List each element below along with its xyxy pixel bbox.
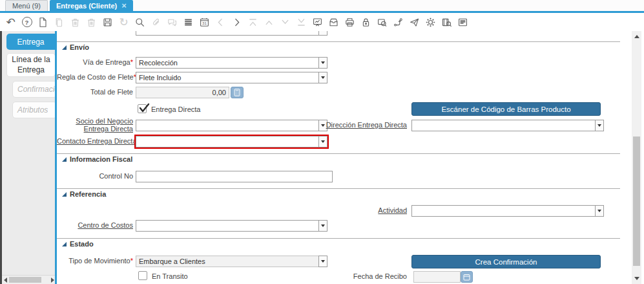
- attachment-icon[interactable]: [151, 17, 161, 28]
- product-attribute-icon[interactable]: [441, 17, 452, 28]
- label-centro-de-costos[interactable]: Centro de Costos: [57, 221, 133, 230]
- dropdown-arrow-icon[interactable]: [318, 57, 327, 69]
- refresh-icon[interactable]: ↻: [118, 17, 129, 28]
- record-info-icon[interactable]: [377, 17, 388, 28]
- calendar-picker-button[interactable]: [461, 271, 473, 283]
- collapse-icon[interactable]: [62, 157, 67, 162]
- centro-de-costos-input[interactable]: [136, 220, 318, 232]
- report-view-icon[interactable]: [457, 17, 468, 28]
- label-contacto-entrega-directa[interactable]: Contacto Entrega Directa: [57, 137, 133, 146]
- label-socio-negocio-entrega-directa[interactable]: Socio del Negocio Entrega Directa: [57, 117, 133, 133]
- collapse-icon[interactable]: [62, 192, 67, 197]
- collapse-icon[interactable]: [62, 242, 67, 246]
- dropdown-arrow-icon[interactable]: [318, 220, 327, 232]
- lock-icon[interactable]: [360, 17, 371, 28]
- undo-icon[interactable]: ↶: [5, 17, 16, 28]
- grid-toggle-icon[interactable]: [183, 17, 194, 28]
- entrega-directa-checkbox[interactable]: [138, 104, 147, 113]
- previous-record-icon[interactable]: [215, 17, 226, 28]
- window-tabbar: Menú (9) Entregas (Cliente) ×: [0, 0, 644, 11]
- next-record-icon[interactable]: [231, 17, 242, 28]
- en-transito-label: En Transito: [152, 272, 188, 280]
- dropdown-arrow-icon[interactable]: [318, 136, 327, 147]
- scroll-left-icon[interactable]: [4, 278, 7, 283]
- label-total-de-flete: Total de Flete: [57, 88, 133, 96]
- partial-scrolled-field[interactable]: [136, 31, 327, 36]
- actividad-combo[interactable]: [411, 205, 604, 217]
- crea-confirmacion-button[interactable]: Crea Confirmación: [411, 255, 601, 268]
- workflow-icon[interactable]: [393, 17, 404, 28]
- en-transito-checkbox[interactable]: [138, 271, 147, 280]
- via-de-entrega-input[interactable]: [136, 57, 318, 69]
- direccion-entrega-combo[interactable]: [411, 120, 604, 131]
- vertical-scrollbar[interactable]: [632, 31, 641, 284]
- regla-costo-flete-combo[interactable]: [136, 72, 327, 83]
- via-de-entrega-combo[interactable]: [136, 57, 327, 69]
- sidebar-tab-confirmacion-label: Confirmación: [17, 85, 57, 94]
- control-no-input[interactable]: [136, 171, 333, 182]
- new-record-icon[interactable]: [37, 17, 48, 28]
- socio-negocio-combo[interactable]: [136, 120, 327, 131]
- vertical-scroll-thumb[interactable]: [633, 137, 640, 266]
- first-record-icon[interactable]: [247, 17, 258, 28]
- process-icon[interactable]: [425, 17, 436, 28]
- detail-record-icon[interactable]: [280, 17, 291, 28]
- svg-text:31: 31: [202, 21, 207, 25]
- direccion-entrega-input[interactable]: [411, 120, 595, 131]
- section-header-estado[interactable]: Estado: [62, 240, 94, 248]
- save-icon[interactable]: [102, 17, 113, 28]
- parent-record-icon[interactable]: [264, 17, 275, 28]
- contacto-entrega-input[interactable]: [136, 136, 318, 147]
- tab-entregas-cliente[interactable]: Entregas (Cliente) ×: [50, 0, 133, 11]
- label-direccion-entrega-directa[interactable]: Dirección Entrega Directa: [323, 121, 407, 129]
- section-header-referencia[interactable]: Referencia: [62, 190, 106, 198]
- delete-selection-icon[interactable]: [86, 17, 97, 28]
- sidebar-tab-entrega[interactable]: Entrega: [6, 34, 55, 50]
- collapse-icon[interactable]: [62, 45, 67, 50]
- help-icon[interactable]: ?: [21, 17, 32, 28]
- sidebar-horizontal-scrollbar[interactable]: [2, 275, 57, 284]
- label-tipo-de-movimiento: Tipo de Movimiento*: [57, 257, 133, 265]
- calculator-button[interactable]: [231, 87, 244, 98]
- archive-icon[interactable]: [328, 17, 339, 28]
- share-icon[interactable]: [409, 17, 420, 28]
- tab-menu[interactable]: Menú (9): [5, 0, 48, 11]
- print-icon[interactable]: [344, 17, 355, 28]
- contacto-entrega-combo-focused[interactable]: [136, 136, 327, 147]
- partial-field-input[interactable]: [136, 31, 318, 36]
- find-icon[interactable]: [134, 17, 145, 28]
- centro-de-costos-combo[interactable]: [136, 220, 327, 232]
- label-regla-costo-flete: Regla de Costo de Flete*: [57, 73, 133, 82]
- last-record-icon[interactable]: [296, 17, 307, 28]
- copy-record-icon[interactable]: [54, 17, 65, 28]
- label-via-de-entrega: Vía de Entrega*: [57, 58, 133, 67]
- partial-field-dropdown-icon[interactable]: [318, 31, 327, 36]
- calendar-icon[interactable]: 31: [199, 17, 210, 28]
- dropdown-arrow-icon[interactable]: [595, 120, 604, 131]
- label-actividad[interactable]: Actividad: [323, 206, 407, 215]
- sidebar-tab-atributos-label: Atributos: [17, 105, 48, 115]
- sidebar-tab-linea-entrega[interactable]: Línea de la Entrega: [6, 53, 56, 77]
- sidebar-tab-entrega-label: Entrega: [17, 38, 44, 47]
- escaner-codigo-barras-button[interactable]: Escáner de Código de Barras Producto: [411, 102, 601, 116]
- socio-negocio-input[interactable]: [136, 120, 318, 131]
- section-divider: [57, 238, 620, 239]
- scroll-right-icon[interactable]: [51, 278, 54, 283]
- scroll-up-icon[interactable]: [634, 35, 639, 38]
- fecha-de-recibo-input: [413, 271, 461, 283]
- dropdown-arrow-icon[interactable]: [318, 72, 327, 83]
- section-header-informacion-fiscal[interactable]: Informacion Fiscal: [62, 155, 132, 163]
- close-tab-icon[interactable]: ×: [121, 3, 127, 9]
- section-header-envio[interactable]: Envío: [62, 43, 89, 51]
- actividad-input[interactable]: [411, 205, 595, 217]
- chat-icon[interactable]: [167, 17, 178, 28]
- sidebar-tab-confirmacion: Confirmación: [12, 81, 57, 98]
- horizontal-scroll-thumb[interactable]: [9, 277, 41, 283]
- dropdown-arrow-icon[interactable]: [595, 205, 604, 217]
- delete-record-icon[interactable]: [70, 17, 81, 28]
- sidebar-tab-linea-label: Línea de la Entrega: [8, 55, 54, 75]
- report-icon[interactable]: [312, 17, 323, 28]
- tab-entregas-label: Entregas (Cliente): [56, 2, 117, 10]
- regla-costo-flete-input[interactable]: [136, 72, 318, 83]
- scroll-down-icon[interactable]: [634, 277, 639, 280]
